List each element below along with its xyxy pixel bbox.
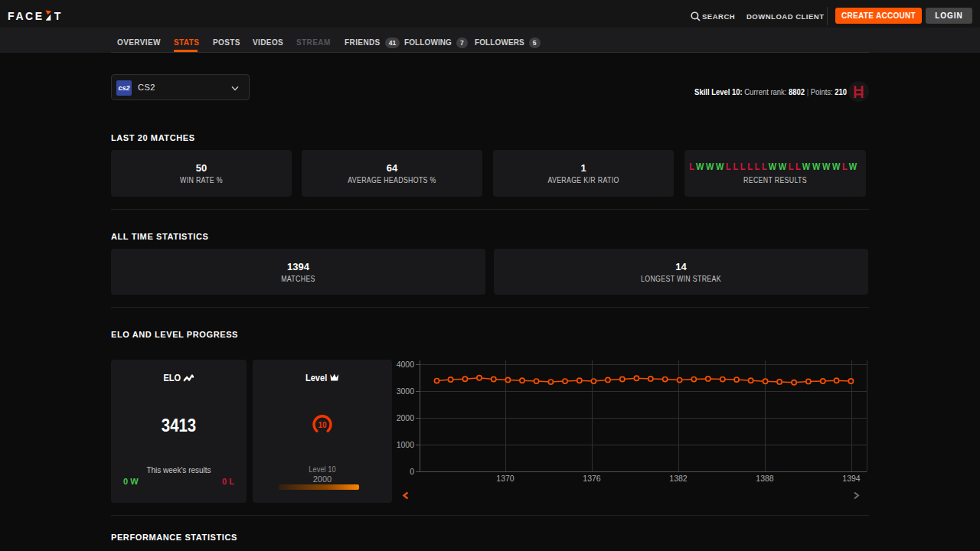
svg-text:1394: 1394 <box>842 474 861 483</box>
svg-text:2000: 2000 <box>397 413 415 422</box>
svg-text:3000: 3000 <box>397 386 415 396</box>
svg-text:10: 10 <box>318 421 327 429</box>
svg-text:1000: 1000 <box>397 440 415 449</box>
svg-text:0: 0 <box>410 467 414 476</box>
svg-text:1370: 1370 <box>496 474 514 483</box>
svg-text:1382: 1382 <box>669 474 688 483</box>
svg-text:1376: 1376 <box>583 474 601 483</box>
svg-text:4000: 4000 <box>397 360 415 369</box>
svg-text:1388: 1388 <box>756 474 774 483</box>
